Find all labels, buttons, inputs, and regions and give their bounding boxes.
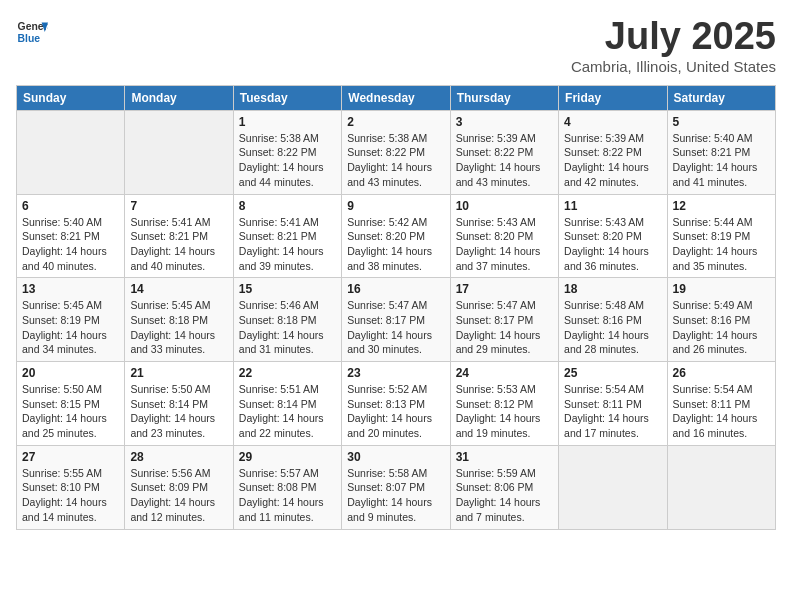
calendar-weekday-header: Monday	[125, 85, 233, 110]
day-number: 19	[673, 282, 770, 296]
calendar-weekday-header: Wednesday	[342, 85, 450, 110]
calendar-day-cell: 6Sunrise: 5:40 AM Sunset: 8:21 PM Daylig…	[17, 194, 125, 278]
calendar-day-cell: 24Sunrise: 5:53 AM Sunset: 8:12 PM Dayli…	[450, 362, 558, 446]
day-info: Sunrise: 5:52 AM Sunset: 8:13 PM Dayligh…	[347, 382, 444, 441]
calendar-day-cell: 29Sunrise: 5:57 AM Sunset: 8:08 PM Dayli…	[233, 445, 341, 529]
calendar-weekday-header: Sunday	[17, 85, 125, 110]
day-info: Sunrise: 5:45 AM Sunset: 8:19 PM Dayligh…	[22, 298, 119, 357]
page-header: General Blue July 2025 Cambria, Illinois…	[16, 16, 776, 75]
day-number: 13	[22, 282, 119, 296]
calendar-day-cell: 13Sunrise: 5:45 AM Sunset: 8:19 PM Dayli…	[17, 278, 125, 362]
day-number: 10	[456, 199, 553, 213]
calendar-day-cell: 31Sunrise: 5:59 AM Sunset: 8:06 PM Dayli…	[450, 445, 558, 529]
day-info: Sunrise: 5:49 AM Sunset: 8:16 PM Dayligh…	[673, 298, 770, 357]
calendar-weekday-header: Tuesday	[233, 85, 341, 110]
svg-text:Blue: Blue	[18, 33, 41, 44]
day-info: Sunrise: 5:54 AM Sunset: 8:11 PM Dayligh…	[673, 382, 770, 441]
day-number: 26	[673, 366, 770, 380]
day-info: Sunrise: 5:44 AM Sunset: 8:19 PM Dayligh…	[673, 215, 770, 274]
day-info: Sunrise: 5:40 AM Sunset: 8:21 PM Dayligh…	[673, 131, 770, 190]
calendar-day-cell: 21Sunrise: 5:50 AM Sunset: 8:14 PM Dayli…	[125, 362, 233, 446]
calendar-day-cell: 8Sunrise: 5:41 AM Sunset: 8:21 PM Daylig…	[233, 194, 341, 278]
calendar-day-cell: 5Sunrise: 5:40 AM Sunset: 8:21 PM Daylig…	[667, 110, 775, 194]
calendar-day-cell: 2Sunrise: 5:38 AM Sunset: 8:22 PM Daylig…	[342, 110, 450, 194]
day-number: 22	[239, 366, 336, 380]
calendar-day-cell: 19Sunrise: 5:49 AM Sunset: 8:16 PM Dayli…	[667, 278, 775, 362]
day-info: Sunrise: 5:41 AM Sunset: 8:21 PM Dayligh…	[130, 215, 227, 274]
day-info: Sunrise: 5:41 AM Sunset: 8:21 PM Dayligh…	[239, 215, 336, 274]
day-info: Sunrise: 5:55 AM Sunset: 8:10 PM Dayligh…	[22, 466, 119, 525]
calendar-day-cell: 30Sunrise: 5:58 AM Sunset: 8:07 PM Dayli…	[342, 445, 450, 529]
day-number: 23	[347, 366, 444, 380]
calendar-day-cell: 9Sunrise: 5:42 AM Sunset: 8:20 PM Daylig…	[342, 194, 450, 278]
day-info: Sunrise: 5:51 AM Sunset: 8:14 PM Dayligh…	[239, 382, 336, 441]
day-number: 2	[347, 115, 444, 129]
calendar-day-cell: 3Sunrise: 5:39 AM Sunset: 8:22 PM Daylig…	[450, 110, 558, 194]
calendar-day-cell: 1Sunrise: 5:38 AM Sunset: 8:22 PM Daylig…	[233, 110, 341, 194]
day-info: Sunrise: 5:57 AM Sunset: 8:08 PM Dayligh…	[239, 466, 336, 525]
calendar-day-cell: 27Sunrise: 5:55 AM Sunset: 8:10 PM Dayli…	[17, 445, 125, 529]
calendar-day-cell: 14Sunrise: 5:45 AM Sunset: 8:18 PM Dayli…	[125, 278, 233, 362]
calendar-weekday-header: Saturday	[667, 85, 775, 110]
calendar-day-cell: 25Sunrise: 5:54 AM Sunset: 8:11 PM Dayli…	[559, 362, 667, 446]
day-info: Sunrise: 5:48 AM Sunset: 8:16 PM Dayligh…	[564, 298, 661, 357]
calendar-day-cell	[559, 445, 667, 529]
day-number: 16	[347, 282, 444, 296]
calendar-table: SundayMondayTuesdayWednesdayThursdayFrid…	[16, 85, 776, 530]
calendar-day-cell: 20Sunrise: 5:50 AM Sunset: 8:15 PM Dayli…	[17, 362, 125, 446]
day-number: 28	[130, 450, 227, 464]
day-number: 5	[673, 115, 770, 129]
page-title: July 2025	[571, 16, 776, 58]
day-number: 11	[564, 199, 661, 213]
calendar-week-row: 27Sunrise: 5:55 AM Sunset: 8:10 PM Dayli…	[17, 445, 776, 529]
day-number: 9	[347, 199, 444, 213]
calendar-day-cell: 22Sunrise: 5:51 AM Sunset: 8:14 PM Dayli…	[233, 362, 341, 446]
day-info: Sunrise: 5:39 AM Sunset: 8:22 PM Dayligh…	[456, 131, 553, 190]
calendar-week-row: 1Sunrise: 5:38 AM Sunset: 8:22 PM Daylig…	[17, 110, 776, 194]
day-info: Sunrise: 5:58 AM Sunset: 8:07 PM Dayligh…	[347, 466, 444, 525]
calendar-day-cell	[125, 110, 233, 194]
day-info: Sunrise: 5:43 AM Sunset: 8:20 PM Dayligh…	[564, 215, 661, 274]
day-info: Sunrise: 5:42 AM Sunset: 8:20 PM Dayligh…	[347, 215, 444, 274]
logo-icon: General Blue	[16, 16, 48, 48]
calendar-weekday-header: Thursday	[450, 85, 558, 110]
calendar-day-cell: 23Sunrise: 5:52 AM Sunset: 8:13 PM Dayli…	[342, 362, 450, 446]
day-number: 15	[239, 282, 336, 296]
day-number: 21	[130, 366, 227, 380]
day-number: 8	[239, 199, 336, 213]
day-number: 17	[456, 282, 553, 296]
calendar-day-cell: 15Sunrise: 5:46 AM Sunset: 8:18 PM Dayli…	[233, 278, 341, 362]
calendar-day-cell: 18Sunrise: 5:48 AM Sunset: 8:16 PM Dayli…	[559, 278, 667, 362]
day-number: 12	[673, 199, 770, 213]
day-number: 7	[130, 199, 227, 213]
calendar-weekday-header: Friday	[559, 85, 667, 110]
calendar-day-cell: 16Sunrise: 5:47 AM Sunset: 8:17 PM Dayli…	[342, 278, 450, 362]
day-info: Sunrise: 5:38 AM Sunset: 8:22 PM Dayligh…	[347, 131, 444, 190]
day-info: Sunrise: 5:46 AM Sunset: 8:18 PM Dayligh…	[239, 298, 336, 357]
day-number: 24	[456, 366, 553, 380]
day-info: Sunrise: 5:45 AM Sunset: 8:18 PM Dayligh…	[130, 298, 227, 357]
calendar-header-row: SundayMondayTuesdayWednesdayThursdayFrid…	[17, 85, 776, 110]
calendar-day-cell: 28Sunrise: 5:56 AM Sunset: 8:09 PM Dayli…	[125, 445, 233, 529]
day-info: Sunrise: 5:47 AM Sunset: 8:17 PM Dayligh…	[347, 298, 444, 357]
day-number: 18	[564, 282, 661, 296]
day-number: 14	[130, 282, 227, 296]
day-number: 31	[456, 450, 553, 464]
day-info: Sunrise: 5:40 AM Sunset: 8:21 PM Dayligh…	[22, 215, 119, 274]
day-number: 30	[347, 450, 444, 464]
day-info: Sunrise: 5:56 AM Sunset: 8:09 PM Dayligh…	[130, 466, 227, 525]
day-info: Sunrise: 5:53 AM Sunset: 8:12 PM Dayligh…	[456, 382, 553, 441]
day-number: 3	[456, 115, 553, 129]
calendar-day-cell: 11Sunrise: 5:43 AM Sunset: 8:20 PM Dayli…	[559, 194, 667, 278]
day-number: 25	[564, 366, 661, 380]
calendar-day-cell: 17Sunrise: 5:47 AM Sunset: 8:17 PM Dayli…	[450, 278, 558, 362]
calendar-week-row: 6Sunrise: 5:40 AM Sunset: 8:21 PM Daylig…	[17, 194, 776, 278]
day-info: Sunrise: 5:54 AM Sunset: 8:11 PM Dayligh…	[564, 382, 661, 441]
calendar-day-cell	[17, 110, 125, 194]
day-number: 29	[239, 450, 336, 464]
day-info: Sunrise: 5:50 AM Sunset: 8:14 PM Dayligh…	[130, 382, 227, 441]
day-info: Sunrise: 5:50 AM Sunset: 8:15 PM Dayligh…	[22, 382, 119, 441]
title-block: July 2025 Cambria, Illinois, United Stat…	[571, 16, 776, 75]
day-info: Sunrise: 5:38 AM Sunset: 8:22 PM Dayligh…	[239, 131, 336, 190]
logo: General Blue	[16, 16, 48, 48]
